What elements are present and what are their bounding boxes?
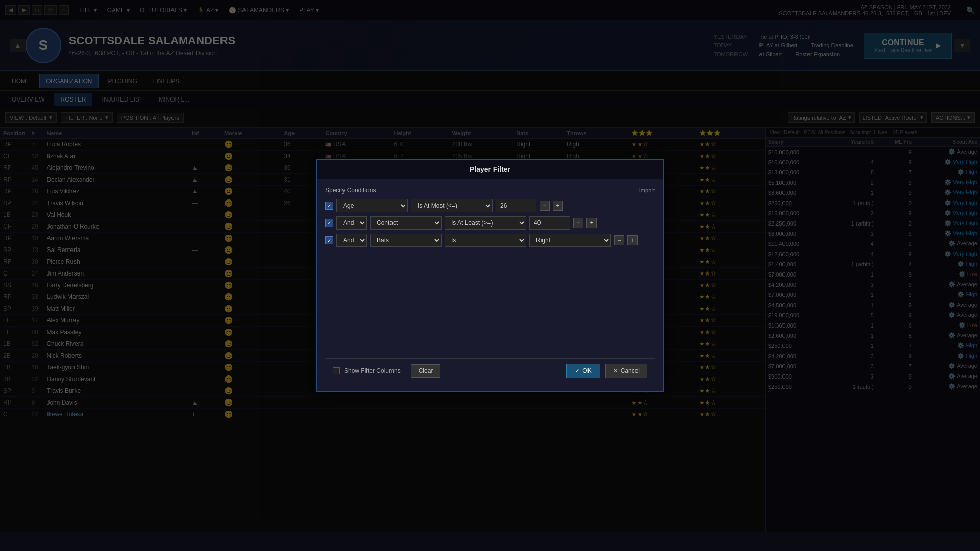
modal-title: Player Filter — [317, 160, 663, 179]
cancel-button[interactable]: ✕ Cancel — [605, 364, 647, 378]
condition-checkbox-1[interactable]: ✓ — [325, 202, 333, 210]
ok-check-icon: ✓ — [575, 367, 580, 374]
condition-operator-2[interactable]: Is At Least (>=) Is At Most (<=) Is — [445, 216, 526, 230]
condition-value-2[interactable] — [529, 216, 570, 230]
condition-value-3[interactable]: Right Left Switch — [529, 234, 611, 247]
condition-row-3: ✓ And Or Bats Age Contact Is Is At Most … — [325, 234, 655, 247]
condition-checkbox-3[interactable]: ✓ — [325, 236, 333, 244]
condition-connector-3[interactable]: And Or — [336, 234, 367, 247]
player-filter-modal: Player Filter Specify Conditions Import … — [316, 159, 664, 392]
condition-minus-2[interactable]: − — [573, 218, 583, 228]
condition-row-2: ✓ And Or Contact Age Bats Is At Least (>… — [325, 216, 655, 230]
condition-spacer — [325, 251, 655, 353]
condition-plus-3[interactable]: + — [627, 235, 638, 245]
modal-body: Specify Conditions Import ✓ Age Contact … — [317, 179, 663, 391]
condition-field-3[interactable]: Bats Age Contact — [370, 234, 442, 247]
import-button[interactable]: Import — [639, 187, 655, 194]
condition-value-1[interactable] — [496, 199, 536, 212]
condition-minus-1[interactable]: − — [540, 201, 550, 211]
condition-checkbox-2[interactable]: ✓ — [325, 219, 333, 227]
conditions-header: Specify Conditions Import — [325, 187, 655, 194]
condition-field-2[interactable]: Contact Age Bats — [370, 216, 442, 230]
condition-connector-2[interactable]: And Or — [336, 216, 367, 230]
condition-plus-1[interactable]: + — [553, 201, 563, 211]
modal-footer: Show Filter Columns Clear ✓ OK ✕ Cancel — [325, 358, 655, 383]
condition-field-1[interactable]: Age Contact Bats — [336, 199, 408, 212]
ok-button[interactable]: ✓ OK — [566, 364, 600, 378]
condition-plus-2[interactable]: + — [586, 218, 597, 228]
condition-operator-3[interactable]: Is Is At Most (<=) Is At Least (>=) — [445, 234, 526, 247]
condition-row-1: ✓ Age Contact Bats Is At Most (<=) Is At… — [325, 199, 655, 212]
cancel-x-icon: ✕ — [613, 367, 618, 374]
show-filter-checkbox[interactable] — [333, 367, 340, 374]
clear-button[interactable]: Clear — [411, 364, 441, 378]
condition-operator-1[interactable]: Is At Most (<=) Is At Least (>=) Is — [411, 199, 493, 212]
show-filter-toggle[interactable]: Show Filter Columns — [333, 367, 401, 374]
condition-minus-3[interactable]: − — [614, 235, 624, 245]
modal-overlay[interactable]: Player Filter Specify Conditions Import … — [0, 0, 980, 551]
